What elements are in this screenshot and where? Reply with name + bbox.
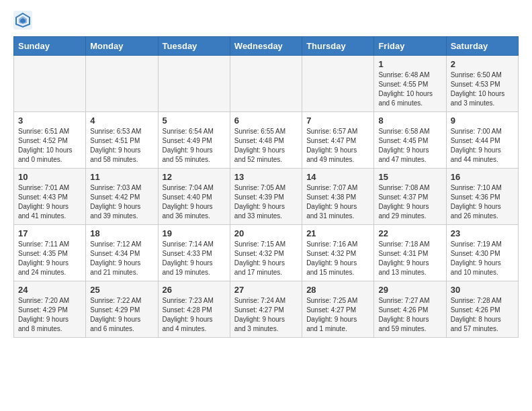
day-info: Sunrise: 7:04 AMSunset: 4:40 PMDaylight:… [163,183,226,221]
logo [13,11,35,30]
calendar-cell: 22Sunrise: 7:18 AMSunset: 4:31 PMDayligh… [374,225,446,281]
day-info: Sunrise: 6:58 AMSunset: 4:45 PMDaylight:… [378,127,441,165]
day-number: 14 [306,172,369,182]
day-info: Sunrise: 7:15 AMSunset: 4:32 PMDaylight:… [234,240,298,277]
calendar-cell: 7Sunrise: 6:57 AMSunset: 4:47 PMDaylight… [302,112,374,169]
day-number: 21 [306,228,369,238]
day-number: 4 [90,116,153,126]
day-info: Sunrise: 6:51 AMSunset: 4:52 PMDaylight:… [18,127,81,165]
day-info: Sunrise: 7:25 AMSunset: 4:27 PMDaylight:… [306,296,369,334]
calendar-cell: 1Sunrise: 6:48 AMSunset: 4:55 PMDaylight… [374,56,446,112]
calendar-week-row: 17Sunrise: 7:11 AMSunset: 4:35 PMDayligh… [14,225,519,281]
day-info: Sunrise: 6:50 AMSunset: 4:53 PMDaylight:… [451,71,514,108]
day-number: 22 [378,228,441,238]
day-number: 24 [18,285,81,295]
calendar-cell: 27Sunrise: 7:24 AMSunset: 4:27 PMDayligh… [230,281,302,338]
calendar-cell: 16Sunrise: 7:10 AMSunset: 4:36 PMDayligh… [446,169,518,225]
day-info: Sunrise: 6:55 AMSunset: 4:48 PMDaylight:… [234,127,298,165]
day-info: Sunrise: 6:54 AMSunset: 4:49 PMDaylight:… [163,127,226,165]
calendar-cell: 19Sunrise: 7:14 AMSunset: 4:33 PMDayligh… [158,225,230,281]
calendar-table: SundayMondayTuesdayWednesdayThursdayFrid… [13,36,519,338]
calendar-week-row: 10Sunrise: 7:01 AMSunset: 4:43 PMDayligh… [14,169,519,225]
day-info: Sunrise: 7:01 AMSunset: 4:43 PMDaylight:… [18,183,81,221]
calendar-cell: 29Sunrise: 7:27 AMSunset: 4:26 PMDayligh… [374,281,446,338]
calendar-cell: 14Sunrise: 7:07 AMSunset: 4:38 PMDayligh… [302,169,374,225]
day-number: 15 [378,172,441,182]
calendar-cell: 8Sunrise: 6:58 AMSunset: 4:45 PMDaylight… [374,112,446,169]
day-info: Sunrise: 7:27 AMSunset: 4:26 PMDaylight:… [378,296,441,334]
day-number: 8 [378,116,441,126]
logo-icon [13,11,32,30]
day-info: Sunrise: 7:11 AMSunset: 4:35 PMDaylight:… [18,240,81,277]
day-number: 3 [18,116,81,126]
calendar-cell [158,56,230,112]
day-info: Sunrise: 7:03 AMSunset: 4:42 PMDaylight:… [90,183,153,221]
day-number: 13 [234,172,298,182]
day-number: 10 [18,172,81,182]
day-number: 7 [306,116,369,126]
calendar-cell: 10Sunrise: 7:01 AMSunset: 4:43 PMDayligh… [14,169,86,225]
day-number: 30 [451,285,514,295]
calendar-header: SundayMondayTuesdayWednesdayThursdayFrid… [14,37,519,56]
day-info: Sunrise: 7:18 AMSunset: 4:31 PMDaylight:… [378,240,441,277]
day-number: 12 [163,172,226,182]
weekday-header: Wednesday [230,37,302,56]
main-container: SundayMondayTuesdayWednesdayThursdayFrid… [0,0,532,349]
day-number: 6 [234,116,298,126]
weekday-header: Monday [86,37,158,56]
day-number: 26 [163,285,226,295]
day-info: Sunrise: 6:57 AMSunset: 4:47 PMDaylight:… [306,127,369,165]
weekday-header: Tuesday [158,37,230,56]
calendar-cell: 15Sunrise: 7:08 AMSunset: 4:37 PMDayligh… [374,169,446,225]
day-number: 19 [163,228,226,238]
day-info: Sunrise: 7:14 AMSunset: 4:33 PMDaylight:… [163,240,226,277]
calendar-cell: 28Sunrise: 7:25 AMSunset: 4:27 PMDayligh… [302,281,374,338]
calendar-cell: 4Sunrise: 6:53 AMSunset: 4:51 PMDaylight… [86,112,158,169]
calendar-cell [302,56,374,112]
day-number: 9 [451,116,514,126]
day-info: Sunrise: 6:48 AMSunset: 4:55 PMDaylight:… [378,71,441,108]
day-info: Sunrise: 7:08 AMSunset: 4:37 PMDaylight:… [378,183,441,221]
weekday-header: Saturday [446,37,518,56]
weekday-header: Sunday [14,37,86,56]
day-info: Sunrise: 7:12 AMSunset: 4:34 PMDaylight:… [90,240,153,277]
day-info: Sunrise: 7:23 AMSunset: 4:28 PMDaylight:… [163,296,226,334]
day-number: 28 [306,285,369,295]
day-number: 20 [234,228,298,238]
day-info: Sunrise: 7:07 AMSunset: 4:38 PMDaylight:… [306,183,369,221]
day-number: 16 [451,172,514,182]
calendar-cell [230,56,302,112]
calendar-cell: 26Sunrise: 7:23 AMSunset: 4:28 PMDayligh… [158,281,230,338]
calendar-cell: 20Sunrise: 7:15 AMSunset: 4:32 PMDayligh… [230,225,302,281]
day-number: 5 [163,116,226,126]
calendar-cell: 5Sunrise: 6:54 AMSunset: 4:49 PMDaylight… [158,112,230,169]
calendar-cell: 3Sunrise: 6:51 AMSunset: 4:52 PMDaylight… [14,112,86,169]
calendar-cell: 18Sunrise: 7:12 AMSunset: 4:34 PMDayligh… [86,225,158,281]
day-number: 18 [90,228,153,238]
calendar-cell: 13Sunrise: 7:05 AMSunset: 4:39 PMDayligh… [230,169,302,225]
day-number: 27 [234,285,298,295]
calendar-cell: 17Sunrise: 7:11 AMSunset: 4:35 PMDayligh… [14,225,86,281]
day-number: 11 [90,172,153,182]
page-header [13,11,519,30]
weekday-row: SundayMondayTuesdayWednesdayThursdayFrid… [14,37,519,56]
calendar-cell: 6Sunrise: 6:55 AMSunset: 4:48 PMDaylight… [230,112,302,169]
day-info: Sunrise: 7:00 AMSunset: 4:44 PMDaylight:… [451,127,514,165]
calendar-cell: 24Sunrise: 7:20 AMSunset: 4:29 PMDayligh… [14,281,86,338]
day-number: 1 [378,59,441,69]
weekday-header: Friday [374,37,446,56]
calendar-week-row: 1Sunrise: 6:48 AMSunset: 4:55 PMDaylight… [14,56,519,112]
day-number: 29 [378,285,441,295]
day-info: Sunrise: 7:22 AMSunset: 4:29 PMDaylight:… [90,296,153,334]
day-info: Sunrise: 7:19 AMSunset: 4:30 PMDaylight:… [451,240,514,277]
day-number: 17 [18,228,81,238]
calendar-cell: 30Sunrise: 7:28 AMSunset: 4:26 PMDayligh… [446,281,518,338]
day-number: 25 [90,285,153,295]
calendar-cell: 9Sunrise: 7:00 AMSunset: 4:44 PMDaylight… [446,112,518,169]
day-info: Sunrise: 7:10 AMSunset: 4:36 PMDaylight:… [451,183,514,221]
day-info: Sunrise: 7:20 AMSunset: 4:29 PMDaylight:… [18,296,81,334]
weekday-header: Thursday [302,37,374,56]
day-number: 23 [451,228,514,238]
day-info: Sunrise: 7:05 AMSunset: 4:39 PMDaylight:… [234,183,298,221]
day-number: 2 [451,59,514,69]
